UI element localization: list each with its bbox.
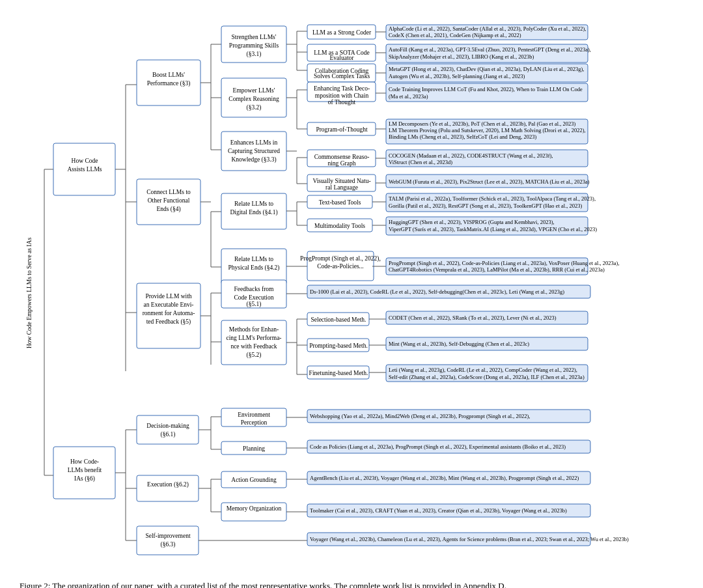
svg-text:LM Theorem Proving (Polu and S: LM Theorem Proving (Polu and Sutskever, …	[389, 127, 586, 133]
svg-rect-187	[137, 526, 199, 555]
svg-text:HuggingGPT (Shen et al., 2023): HuggingGPT (Shen et al., 2023), VISPROG …	[389, 219, 555, 225]
svg-text:Leti (Wang et al., 2023g), Cod: Leti (Wang et al., 2023g), CodeRL (Le et…	[389, 367, 577, 373]
svg-text:Empower LLMs': Empower LLMs'	[233, 87, 275, 94]
svg-text:Connect LLMs to: Connect LLMs to	[146, 189, 191, 195]
svg-text:Visually Situated Natu-: Visually Situated Natu-	[312, 178, 370, 184]
svg-rect-182	[137, 415, 199, 444]
tree-diagram: .lbl { font-family: "Times New Roman", T…	[20, 20, 696, 567]
svg-text:Voyager (Wang et al., 2023b), : Voyager (Wang et al., 2023b), Chameleon …	[310, 536, 629, 542]
svg-text:(Ma et al., 2023a): (Ma et al., 2023a)	[389, 93, 428, 100]
svg-text:Ds-1000 (Lai et al., 2023), Co: Ds-1000 (Lai et al., 2023), CodeRL (Le e…	[310, 288, 564, 295]
svg-text:Webshopping (Yao et al., 2022a: Webshopping (Yao et al., 2022a), Mind2We…	[310, 413, 530, 419]
svg-text:Finetuning-based Meth.: Finetuning-based Meth.	[309, 370, 368, 376]
svg-text:Text-based Tools: Text-based Tools	[319, 199, 361, 206]
svg-text:Knowledge (§3.3): Knowledge (§3.3)	[231, 156, 276, 163]
svg-text:Selection-based Meth.: Selection-based Meth.	[311, 316, 366, 323]
svg-text:Performance (§3): Performance (§3)	[147, 80, 191, 87]
svg-text:How Code Empowers LLMs to Serv: How Code Empowers LLMs to Serve as IAs	[26, 238, 33, 348]
svg-text:mposition with Chain: mposition with Chain	[315, 92, 369, 99]
svg-text:Digital Ends (§4.1): Digital Ends (§4.1)	[230, 209, 277, 216]
svg-text:Planning: Planning	[243, 445, 265, 452]
svg-text:ViStruct (Chen et al., 2023d): ViStruct (Chen et al., 2023d)	[389, 159, 452, 165]
svg-text:Relate LLMs to: Relate LLMs to	[234, 256, 273, 262]
svg-text:COCOGEN (Madaan et al., 2022),: COCOGEN (Madaan et al., 2022), CODE4STRU…	[389, 152, 553, 159]
diagram-container: .lbl { font-family: "Times New Roman", T…	[13, 13, 690, 588]
svg-text:an Executable Envi-: an Executable Envi-	[143, 301, 193, 308]
svg-text:(§5.2): (§5.2)	[247, 352, 262, 359]
svg-text:Code-as-Policies...: Code-as-Policies...	[317, 263, 364, 270]
svg-text:(§3.2): (§3.2)	[247, 104, 262, 111]
svg-text:IAs (§6): IAs (§6)	[74, 475, 95, 483]
svg-text:TALM (Parisi et al., 2022a), T: TALM (Parisi et al., 2022a), Toolformer …	[389, 195, 596, 202]
svg-text:SkipAnalyzer (Mohajer et al., : SkipAnalyzer (Mohajer et al., 2023), LIB…	[389, 53, 534, 60]
svg-text:LLM as a Strong Coder: LLM as a Strong Coder	[312, 29, 372, 36]
svg-text:Strengthen LLMs': Strengthen LLMs'	[232, 34, 277, 40]
svg-text:Environment: Environment	[238, 412, 270, 418]
svg-text:Programming Skills: Programming Skills	[229, 42, 279, 49]
svg-text:LLMs benefit: LLMs benefit	[68, 467, 102, 473]
svg-text:AutoFill (Kang et al., 2023a),: AutoFill (Kang et al., 2023a), GPT-3.5Ev…	[389, 46, 591, 53]
svg-text:Toolmaker (Cai et al., 2023), : Toolmaker (Cai et al., 2023), CRAFT (Yua…	[310, 507, 567, 514]
svg-text:Capturing Structured: Capturing Structured	[228, 148, 280, 154]
svg-text:Assists LLMs: Assists LLMs	[67, 166, 102, 173]
svg-text:(§6.3): (§6.3)	[161, 541, 176, 548]
svg-text:Complex Reasoning: Complex Reasoning	[228, 96, 279, 102]
svg-text:Execution (§6.2): Execution (§6.2)	[147, 481, 189, 488]
svg-text:How Code-: How Code-	[70, 458, 99, 465]
svg-text:Gorilla (Patil et al., 2023), : Gorilla (Patil et al., 2023), RestGPT (S…	[389, 203, 583, 209]
svg-text:ViperGPT (Surís et al., 2023),: ViperGPT (Surís et al., 2023), TaskMatri…	[389, 226, 597, 232]
svg-text:Code Training Improves LLM CoT: Code Training Improves LLM CoT (Fu and K…	[389, 86, 583, 92]
svg-text:Decision-making: Decision-making	[146, 423, 189, 429]
svg-text:Physical Ends (§4.2): Physical Ends (§4.2)	[228, 264, 280, 272]
svg-text:Multimodality Tools: Multimodality Tools	[314, 223, 365, 229]
svg-text:(§3.1): (§3.1)	[247, 51, 262, 58]
svg-text:(§5.1): (§5.1)	[247, 301, 262, 308]
svg-text:Ends (§4): Ends (§4)	[156, 206, 180, 213]
svg-text:Program-of-Thought: Program-of-Thought	[316, 126, 368, 133]
svg-text:ChatGPT4Robotics (Vemprala et : ChatGPT4Robotics (Vemprala et al., 2023)…	[389, 266, 605, 273]
svg-text:Mint (Wang et al., 2023h), Sel: Mint (Wang et al., 2023h), Self-Debuggin…	[389, 341, 529, 347]
svg-text:ted Feedback (§5): ted Feedback (§5)	[146, 318, 191, 326]
svg-text:Prompting-based Meth.: Prompting-based Meth.	[309, 343, 368, 349]
svg-text:Boost LLMs': Boost LLMs'	[152, 72, 185, 78]
svg-text:AgentBench (Liu et al., 2023f): AgentBench (Liu et al., 2023f), Voyager …	[310, 475, 579, 481]
svg-text:(§6.1): (§6.1)	[161, 431, 176, 438]
svg-text:Relate LLMs to: Relate LLMs to	[234, 201, 273, 207]
svg-text:CODET (Chen et al., 2022), SRa: CODET (Chen et al., 2022), SRank (To et …	[389, 315, 557, 321]
svg-text:Other Functional: Other Functional	[148, 197, 190, 204]
svg-text:AlphaCode (Li et al., 2022), S: AlphaCode (Li et al., 2022), SantaCoder …	[389, 25, 586, 32]
svg-text:Self-edit (Zhang et al., 2023a: Self-edit (Zhang et al., 2023a), CodeSco…	[389, 374, 585, 380]
svg-text:WebGUM (Furuta et al., 2023), : WebGUM (Furuta et al., 2023), Pix2Struct…	[389, 178, 590, 185]
svg-text:Code Execution: Code Execution	[234, 294, 274, 301]
svg-text:How Code: How Code	[72, 158, 98, 164]
svg-text:Binding LMs (Cheng et al., 202: Binding LMs (Cheng et al., 2023), SelfzC…	[389, 133, 537, 140]
svg-rect-185	[137, 475, 199, 501]
svg-text:ProgPrompt (Singh et al., 2022: ProgPrompt (Singh et al., 2022), Code-as…	[389, 260, 620, 266]
svg-text:MetaGPT (Hong et al., 2023), C: MetaGPT (Hong et al., 2023), ChatDev (Qi…	[389, 66, 584, 72]
svg-text:Memory Organization: Memory Organization	[227, 505, 282, 512]
svg-text:ProgPrompt (Singh et al., 2022: ProgPrompt (Singh et al., 2022),	[300, 255, 381, 262]
svg-text:Self-improvement: Self-improvement	[145, 533, 190, 539]
svg-text:ronment for Automa-: ronment for Automa-	[143, 310, 195, 316]
svg-text:Enhances LLMs in: Enhances LLMs in	[230, 139, 278, 146]
svg-text:Commonsense Reaso-: Commonsense Reaso-	[314, 154, 370, 160]
svg-text:Perception: Perception	[241, 419, 268, 426]
svg-text:Enhancing Task Deco-: Enhancing Task Deco-	[314, 85, 370, 92]
svg-text:nce with Feedback: nce with Feedback	[230, 343, 277, 350]
svg-text:Evaluator: Evaluator	[330, 55, 355, 61]
svg-text:Solves Complex Tasks: Solves Complex Tasks	[314, 73, 370, 79]
svg-text:Action Grounding: Action Grounding	[231, 477, 277, 483]
svg-text:Provide LLM with: Provide LLM with	[145, 293, 191, 300]
svg-text:Autogen (Wu et al., 2023b), Se: Autogen (Wu et al., 2023b), Self-plannin…	[389, 73, 525, 79]
svg-text:LM Decomposers (Ye et al., 202: LM Decomposers (Ye et al., 2023b), PoT (…	[389, 120, 575, 127]
svg-text:cing LLM's Performa-: cing LLM's Performa-	[226, 335, 281, 341]
svg-text:Feedbacks from: Feedbacks from	[234, 286, 275, 292]
svg-text:ral Language: ral Language	[325, 184, 358, 191]
caption: Figure 2: The organization of our paper,…	[20, 580, 657, 588]
svg-text:of Thought: of Thought	[328, 99, 356, 105]
svg-text:CodeX (Chen et al., 2021), Cod: CodeX (Chen et al., 2021), CodeGen (Nijk…	[389, 32, 521, 38]
svg-text:Methods for Enhan-: Methods for Enhan-	[229, 326, 279, 333]
svg-text:Code as Policies (Liang et al.: Code as Policies (Liang et al., 2023a), …	[310, 443, 566, 450]
svg-text:ning Graph: ning Graph	[327, 160, 355, 167]
